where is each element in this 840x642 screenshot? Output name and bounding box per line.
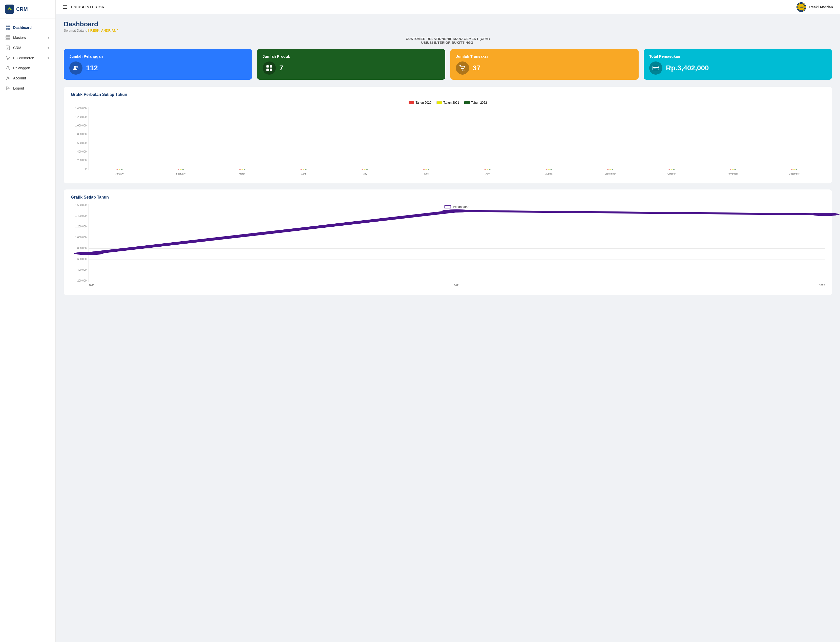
sidebar-item-dashboard[interactable]: Dashboard <box>0 23 55 32</box>
bar-group-december: December <box>764 107 825 170</box>
bar <box>425 169 427 170</box>
bar <box>793 169 795 170</box>
bar-label-june: June <box>424 172 429 175</box>
crm-arrow-icon: ▼ <box>47 46 50 49</box>
bar-group-march: March <box>211 107 273 170</box>
bar <box>303 169 304 170</box>
line-chart-plot: Pendapatan202020212022 <box>89 204 825 282</box>
y-label-2: 400,000 <box>78 150 86 153</box>
bar <box>182 169 184 170</box>
line-svg <box>89 204 825 282</box>
bar <box>305 169 306 170</box>
hamburger-button[interactable]: ☰ <box>63 4 67 10</box>
stat-card-produk: Jumlah Produk 7 <box>257 49 445 80</box>
bar-chart-plot: JanuaryFebruaryMarchAprilMayJuneJulyAugu… <box>89 107 825 170</box>
bar-label-august: August <box>545 172 552 175</box>
sidebar-item-masters[interactable]: Masters ▼ <box>0 32 55 43</box>
bar-group-september: September <box>579 107 641 170</box>
topbar: ☰ USIUSI INTERIOR USIUSI Reski Andrian <box>56 0 840 14</box>
bar-label-november: November <box>728 172 738 175</box>
bar <box>611 169 613 170</box>
stat-body-transaksi: 37 <box>456 62 633 75</box>
stat-title-produk: Jumlah Produk <box>263 54 440 58</box>
sidebar-item-ecommerce[interactable]: E-Commerce ▼ <box>0 53 55 63</box>
bar <box>791 169 793 170</box>
sidebar-item-logout[interactable]: Logout <box>0 83 55 93</box>
ecommerce-arrow-icon: ▼ <box>47 57 50 60</box>
svg-rect-7 <box>6 39 10 40</box>
bar-group-august: August <box>518 107 579 170</box>
bar <box>732 169 734 170</box>
sidebar-label-dashboard: Dashboard <box>13 26 32 29</box>
bar <box>486 169 488 170</box>
topbar-right: USIUSI Reski Andrian <box>796 2 833 12</box>
line-chart-legend: Pendapatan <box>444 205 469 209</box>
bar <box>180 169 182 170</box>
sidebar-item-crm[interactable]: CRM ▼ <box>0 43 55 53</box>
account-icon <box>6 76 10 80</box>
line-point <box>810 213 840 216</box>
sidebar-item-account[interactable]: Account <box>0 73 55 83</box>
bar <box>730 169 731 170</box>
card-icon <box>652 65 659 71</box>
sidebar-item-pelanggan[interactable]: Pelanggan <box>0 63 55 73</box>
legend-color-2021 <box>436 101 442 104</box>
line-x-label: 2020 <box>89 284 94 287</box>
stat-body-pemasukan: Rp.3,402,000 <box>649 62 826 75</box>
topbar-brand: USIUSI INTERIOR <box>71 5 104 9</box>
line-point <box>74 252 104 255</box>
svg-rect-24 <box>270 68 272 71</box>
stat-title-pemasukan: Total Pemasukan <box>649 54 826 58</box>
svg-rect-21 <box>266 65 269 68</box>
masters-icon <box>6 36 10 40</box>
page-subtitle: Selamat Datang [ RESKI ANDRIAN ] <box>64 29 832 32</box>
svg-rect-2 <box>8 26 10 27</box>
svg-rect-5 <box>6 36 10 37</box>
line-y-label-1: 400,000 <box>78 268 86 271</box>
svg-rect-4 <box>8 28 10 29</box>
bar-label-july: July <box>485 172 490 175</box>
svg-rect-1 <box>6 26 8 27</box>
stat-body-produk: 7 <box>263 62 440 75</box>
svg-point-19 <box>74 66 76 68</box>
bar-group-november: November <box>702 107 763 170</box>
line-y-label-7: 1,600,000 <box>75 204 87 206</box>
svg-rect-23 <box>266 68 269 71</box>
crm-header: CUSTOMER RELATIONSHIP MANAGEMENT (CRM) U… <box>64 37 832 45</box>
page-title: Dashboard <box>64 20 832 28</box>
brand-bold: USIUSI <box>71 5 84 9</box>
logout-icon <box>6 86 10 91</box>
line-point <box>442 209 471 212</box>
stats-grid: Jumlah Pelanggan 112 Jumlah Produk <box>64 49 832 80</box>
user-name: Reski Andrian <box>809 5 833 9</box>
bar <box>428 169 429 170</box>
stat-value-pelanggan: 112 <box>86 64 98 72</box>
y-label-5: 1,000,000 <box>75 124 87 127</box>
bar <box>489 169 491 170</box>
main-area: ☰ USIUSI INTERIOR USIUSI Reski Andrian D… <box>56 0 840 642</box>
bar-chart-title: Grafik Perbulan Setiap Tahun <box>71 92 825 97</box>
bar <box>366 169 368 170</box>
bar <box>119 169 120 170</box>
line-y-label-0: 200,000 <box>78 279 86 282</box>
stat-title-pelanggan: Jumlah Pelanggan <box>69 54 246 58</box>
bar <box>609 169 611 170</box>
masters-arrow-icon: ▼ <box>47 36 50 39</box>
bar-label-april: April <box>301 172 306 175</box>
sidebar-label-masters: Masters <box>13 36 26 40</box>
legend-color-2020 <box>409 101 414 104</box>
sidebar-label-crm: CRM <box>13 46 21 50</box>
line-x-label: 2022 <box>819 284 825 287</box>
svg-point-25 <box>462 70 463 71</box>
stat-body-pelanggan: 112 <box>69 62 246 75</box>
bar <box>673 169 675 170</box>
line-y-label-5: 1,200,000 <box>75 225 87 228</box>
bar-group-october: October <box>641 107 702 170</box>
cart-icon <box>459 65 466 71</box>
stat-title-transaksi: Jumlah Transaksi <box>456 54 633 58</box>
stat-card-pelanggan: Jumlah Pelanggan 112 <box>64 49 252 80</box>
line-y-axis: 1,600,000 1,400,000 1,200,000 1,000,000 … <box>71 204 88 282</box>
bar <box>668 169 670 170</box>
bar <box>364 169 366 170</box>
sidebar: CRM Dashboard Masters <box>0 0 56 642</box>
